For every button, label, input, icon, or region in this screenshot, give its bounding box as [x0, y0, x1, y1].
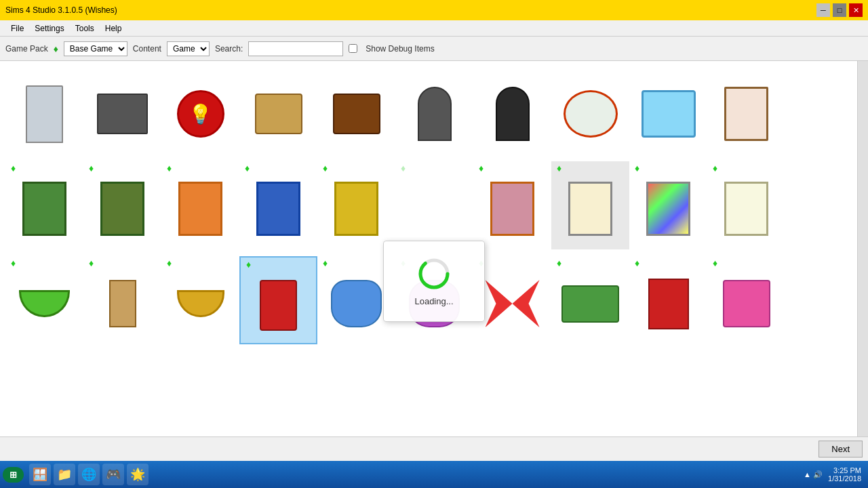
diamond-icon-1: ♦ — [11, 163, 16, 174]
menu-tools[interactable]: Tools — [70, 22, 100, 35]
show-debug-checkbox[interactable] — [349, 44, 357, 53]
item-wood-chest[interactable] — [317, 66, 395, 155]
taskbar-icons-tray: ▲ 🔊 — [804, 470, 823, 479]
taskbar-start-button[interactable]: ⊞ — [3, 467, 24, 483]
item-gold-chest-img — [245, 80, 313, 148]
diamond-icon-r3-9: ♦ — [635, 258, 639, 268]
taskbar-icon-app1[interactable]: 🎮 — [102, 464, 124, 485]
diamond-icon-5: ♦ — [323, 163, 328, 174]
item-bed[interactable]: ♦ — [551, 256, 629, 344]
diamond-icon-4: ♦ — [245, 163, 250, 174]
items-row-1: 💡 — [5, 66, 852, 155]
item-painting-3[interactable]: ♦ — [161, 161, 239, 249]
taskbar-icon-sims[interactable]: 🌟 — [127, 464, 149, 485]
item-light-arch-img — [401, 80, 469, 148]
taskbar-icon-windows[interactable]: 🪟 — [29, 464, 51, 485]
game-pack-select[interactable]: Base Game — [64, 41, 127, 56]
item-bowl-green[interactable]: ♦ — [5, 256, 83, 344]
taskbar: ⊞ 🪟 📁 🌐 🎮 🌟 ▲ 🔊 3:25 PM 1/31/2018 — [0, 461, 868, 488]
item-fish-tank-img — [635, 80, 703, 148]
item-pink-chair-img — [713, 270, 781, 338]
item-dresser[interactable] — [83, 66, 161, 155]
item-wood-chest-img — [323, 80, 391, 148]
item-fish-tank[interactable] — [629, 66, 707, 155]
item-painting-5[interactable]: ♦ — [317, 161, 395, 249]
diamond-icon-r3-5: ♦ — [323, 258, 328, 268]
item-butterfly-img — [479, 270, 547, 338]
item-pink-chair[interactable]: ♦ — [707, 256, 785, 344]
item-bowl-green-img — [11, 270, 79, 338]
item-bowl-gold[interactable]: ♦ — [161, 256, 239, 344]
loading-text: Loading... — [414, 296, 453, 306]
item-dark-arch[interactable] — [473, 66, 551, 155]
bottom-bar: Next — [0, 436, 868, 461]
diamond-icon-3: ♦ — [167, 163, 172, 174]
close-button[interactable]: ✕ — [849, 3, 863, 17]
window-controls: ─ □ ✕ — [816, 3, 863, 17]
menu-help[interactable]: Help — [100, 22, 127, 35]
item-lightbulb[interactable]: 💡 — [161, 66, 239, 155]
loading-overlay: Loading... — [383, 241, 485, 322]
item-painting-9[interactable]: ♦ — [629, 161, 707, 249]
minimize-button[interactable]: ─ — [816, 3, 830, 17]
item-highchair-img — [635, 270, 703, 338]
diamond-icon-2: ♦ — [89, 163, 94, 174]
item-door-img — [11, 80, 79, 148]
item-gold-chest[interactable] — [239, 66, 317, 155]
item-painting-portrait[interactable] — [707, 66, 785, 155]
diamond-icon-6: ♦ — [401, 163, 406, 174]
item-terrarium-img — [557, 80, 625, 148]
item-bed-img — [557, 270, 625, 338]
diamond-icon-r3-1: ♦ — [11, 258, 16, 268]
menu-bar: File Settings Tools Help — [0, 20, 868, 37]
taskbar-icon-file[interactable]: 📁 — [54, 464, 75, 485]
item-butterfly[interactable]: ♦ — [473, 256, 551, 344]
game-pack-icon: ♦ — [54, 43, 58, 54]
item-highchair[interactable]: ♦ — [629, 256, 707, 344]
menu-file[interactable]: File — [5, 22, 29, 35]
item-painting-2-img — [89, 175, 157, 243]
taskbar-icon-chrome[interactable]: 🌐 — [78, 464, 100, 485]
item-painting-1-img — [11, 175, 79, 243]
taskbar-time-text: 3:25 PM — [833, 466, 861, 474]
vertical-scrollbar[interactable] — [857, 61, 868, 436]
bulb-icon: 💡 — [189, 103, 212, 125]
toolbar: Game Pack ♦ Base Game Content Game Searc… — [0, 37, 868, 61]
item-painting-4[interactable]: ♦ — [239, 161, 317, 249]
diamond-icon-10: ♦ — [713, 163, 717, 174]
content-select[interactable]: Game — [167, 41, 210, 56]
item-light-arch[interactable] — [395, 66, 473, 155]
diamond-icon-8: ♦ — [557, 163, 561, 174]
item-painting-8[interactable]: ♦ — [551, 161, 629, 249]
items-row-2: ♦ ♦ ♦ ♦ — [5, 161, 852, 249]
diamond-icon-r3-10: ♦ — [713, 258, 717, 268]
item-painting-4-img — [245, 175, 313, 243]
item-painting-10[interactable]: ♦ — [707, 161, 785, 249]
item-painting-3-img — [167, 175, 235, 243]
next-button[interactable]: Next — [818, 441, 863, 458]
item-bowl-gold-img — [167, 270, 235, 338]
item-painting-2[interactable]: ♦ — [83, 161, 161, 249]
item-mug-red[interactable]: ♦ — [239, 256, 317, 344]
taskbar-right: ▲ 🔊 3:25 PM 1/31/2018 — [804, 466, 865, 483]
diamond-icon-r3-8: ♦ — [557, 258, 561, 268]
game-pack-label: Game Pack — [5, 44, 48, 54]
item-painting-portrait-img — [713, 80, 781, 148]
search-input[interactable] — [248, 41, 343, 56]
diamond-icon-9: ♦ — [635, 163, 639, 174]
menu-settings[interactable]: Settings — [29, 22, 69, 35]
item-stool[interactable]: ♦ — [83, 256, 161, 344]
item-terrarium[interactable] — [551, 66, 629, 155]
item-painting-1[interactable]: ♦ — [5, 161, 83, 249]
item-mug-red-img — [245, 271, 313, 339]
taskbar-clock: 3:25 PM 1/31/2018 — [828, 466, 861, 483]
diamond-icon-r3-2: ♦ — [89, 258, 94, 268]
diamond-icon-7: ♦ — [479, 163, 484, 174]
item-elephant-img — [323, 270, 391, 338]
item-painting-7[interactable]: ♦ — [473, 161, 551, 249]
item-door[interactable] — [5, 66, 83, 155]
maximize-button[interactable]: □ — [833, 3, 846, 17]
loading-spinner — [417, 257, 451, 291]
item-lightbulb-img: 💡 — [167, 80, 235, 148]
main-content: 💡 — [0, 61, 868, 436]
